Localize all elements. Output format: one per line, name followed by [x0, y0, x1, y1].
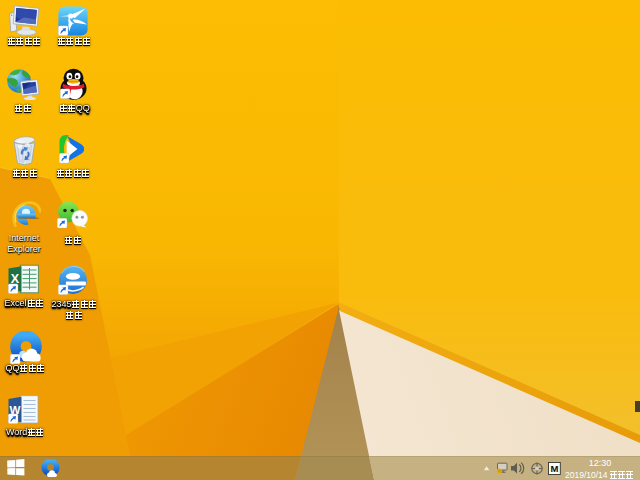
svg-text:M: M [550, 463, 558, 474]
